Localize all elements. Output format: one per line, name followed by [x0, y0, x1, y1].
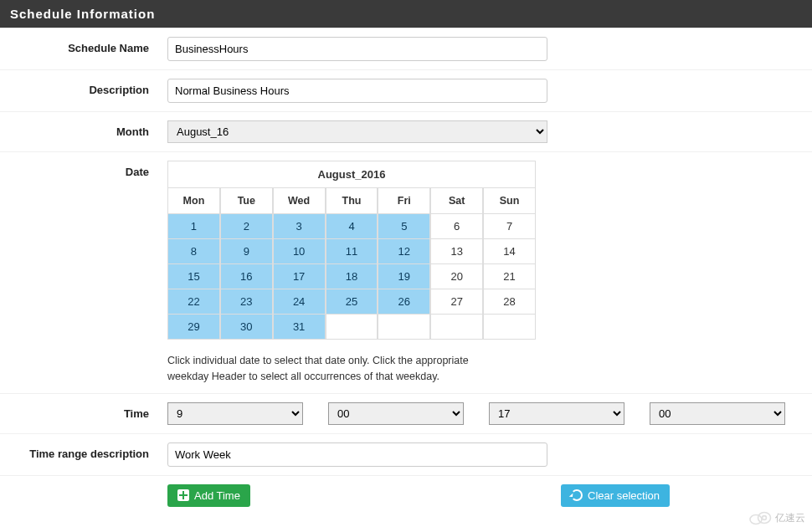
calendar-day-12[interactable]: 12 [378, 239, 430, 264]
calendar-day-27[interactable]: 27 [430, 289, 483, 315]
calendar-empty-cell [483, 315, 536, 340]
plus-icon [177, 489, 189, 501]
month-select[interactable]: August_16 [167, 120, 547, 143]
clear-selection-button[interactable]: Clear selection [561, 484, 670, 507]
clear-selection-label: Clear selection [588, 489, 660, 502]
calendar: August_2016 MonTueWedThuFriSatSun 123456… [167, 161, 536, 340]
calendar-empty-cell [378, 315, 430, 340]
month-label: Month [0, 120, 167, 138]
calendar-day-28[interactable]: 28 [483, 289, 536, 315]
description-label: Description [0, 79, 167, 96]
weekday-header-wed[interactable]: Wed [273, 188, 326, 214]
calendar-day-23[interactable]: 23 [220, 289, 273, 315]
calendar-day-2[interactable]: 2 [220, 214, 273, 239]
weekday-header-tue[interactable]: Tue [220, 188, 273, 214]
calendar-empty-cell [326, 315, 378, 340]
calendar-day-29[interactable]: 29 [167, 315, 220, 340]
calendar-empty-cell [430, 315, 483, 340]
calendar-day-22[interactable]: 22 [167, 289, 220, 315]
date-label: Date [0, 161, 167, 178]
weekday-header-sun[interactable]: Sun [483, 188, 536, 214]
calendar-day-16[interactable]: 16 [220, 264, 273, 289]
calendar-day-21[interactable]: 21 [483, 264, 536, 289]
calendar-day-1[interactable]: 1 [167, 214, 220, 239]
start-hour-select[interactable]: 9 [167, 402, 303, 425]
calendar-day-24[interactable]: 24 [273, 289, 326, 315]
time-range-desc-label: Time range description [0, 442, 167, 460]
calendar-day-31[interactable]: 31 [273, 315, 326, 340]
calendar-day-4[interactable]: 4 [326, 214, 378, 239]
calendar-day-7[interactable]: 7 [483, 214, 536, 239]
calendar-day-18[interactable]: 18 [326, 264, 378, 289]
calendar-day-5[interactable]: 5 [378, 214, 430, 239]
calendar-day-17[interactable]: 17 [273, 264, 326, 289]
calendar-hint: Click individual date to select that dat… [167, 353, 511, 385]
page-title: Schedule Information [0, 0, 812, 28]
weekday-header-mon[interactable]: Mon [167, 188, 220, 214]
calendar-day-15[interactable]: 15 [167, 264, 220, 289]
calendar-day-8[interactable]: 8 [167, 239, 220, 264]
description-input[interactable] [167, 79, 547, 103]
time-label: Time [0, 402, 167, 420]
spacer [0, 484, 167, 489]
schedule-name-label: Schedule Name [0, 37, 167, 54]
weekday-header-thu[interactable]: Thu [326, 188, 378, 214]
weekday-header-sat[interactable]: Sat [430, 188, 483, 214]
end-hour-select[interactable]: 17 [489, 402, 624, 425]
add-time-label: Add Time [194, 489, 240, 502]
calendar-day-13[interactable]: 13 [430, 239, 483, 264]
calendar-day-9[interactable]: 9 [220, 239, 273, 264]
calendar-day-3[interactable]: 3 [273, 214, 326, 239]
refresh-icon [571, 489, 583, 501]
calendar-day-19[interactable]: 19 [378, 264, 430, 289]
start-min-select[interactable]: 00 [328, 402, 464, 425]
calendar-title: August_2016 [167, 161, 536, 188]
time-range-desc-input[interactable] [167, 442, 547, 467]
calendar-day-20[interactable]: 20 [430, 264, 483, 289]
end-min-select[interactable]: 00 [650, 402, 785, 425]
calendar-day-11[interactable]: 11 [326, 239, 378, 264]
calendar-day-6[interactable]: 6 [430, 214, 483, 239]
schedule-name-input[interactable] [167, 37, 547, 61]
calendar-day-14[interactable]: 14 [483, 239, 536, 264]
weekday-header-fri[interactable]: Fri [378, 188, 430, 214]
calendar-day-26[interactable]: 26 [378, 289, 430, 315]
add-time-button[interactable]: Add Time [167, 484, 250, 507]
calendar-day-30[interactable]: 30 [220, 315, 273, 340]
calendar-day-25[interactable]: 25 [326, 289, 378, 315]
calendar-day-10[interactable]: 10 [273, 239, 326, 264]
